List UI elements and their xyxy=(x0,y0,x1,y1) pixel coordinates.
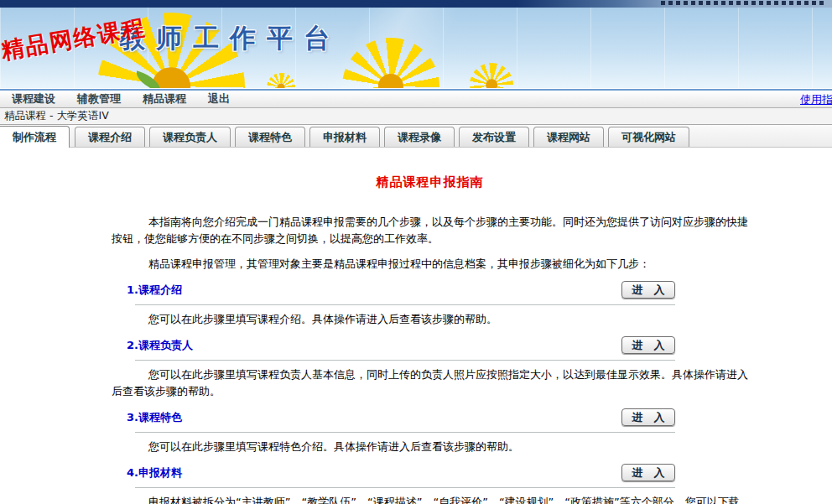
tab-application-materials[interactable]: 申报材料 xyxy=(309,127,380,147)
sunflower-icon xyxy=(267,73,295,88)
step-divider xyxy=(135,360,675,361)
banner: 教师工作平台 精品网络课程 xyxy=(0,8,832,88)
step-heading: 4.申报材料 xyxy=(127,465,182,481)
step-header-row: 4.申报材料进 入 xyxy=(127,464,675,481)
enter-button[interactable]: 进 入 xyxy=(621,336,675,354)
sunflower-icon xyxy=(342,38,439,88)
sunflower-icon xyxy=(470,63,513,88)
step-section: 2.课程负责人进 入您可以在此步骤里填写课程负责人基本信息，同时上传的负责人照片… xyxy=(112,336,748,400)
tab-course-video[interactable]: 课程录像 xyxy=(384,127,455,147)
tab-course-feature[interactable]: 课程特色 xyxy=(235,127,305,147)
tab-publish-settings[interactable]: 发布设置 xyxy=(459,127,529,147)
step-header-row: 2.课程负责人进 入 xyxy=(127,336,675,354)
tab-course-intro[interactable]: 课程介绍 xyxy=(75,127,145,147)
usage-guide-link[interactable]: 使用指南 xyxy=(800,92,832,107)
step-description: 您可以在此步骤里填写课程特色介绍。具体操作请进入后查看该步骤的帮助。 xyxy=(112,439,748,455)
enter-button[interactable]: 进 入 xyxy=(621,464,675,481)
step-divider xyxy=(135,432,675,433)
menu-item-logout[interactable]: 退出 xyxy=(208,91,230,107)
step-description: 您可以在此步骤里填写课程负责人基本信息，同时上传的负责人照片应按照指定大小，以达… xyxy=(112,366,748,400)
intro-paragraphs: 本指南将向您介绍完成一门精品课程申报需要的几个步骤，以及每个步骤的主要功能。同时… xyxy=(112,214,748,273)
menu-bar: 课程建设辅教管理精品课程退出 使用指南 xyxy=(0,91,832,108)
main-content: 精品课程申报指南 本指南将向您介绍完成一门精品课程申报需要的几个步骤，以及每个步… xyxy=(0,148,832,504)
intro-paragraph: 本指南将向您介绍完成一门精品课程申报需要的几个步骤，以及每个步骤的主要功能。同时… xyxy=(112,214,748,247)
platform-title: 教师工作平台 xyxy=(119,21,341,56)
step-divider xyxy=(135,487,675,488)
step-heading: 2.课程负责人 xyxy=(127,338,193,353)
top-navy-bar xyxy=(0,0,832,8)
intro-paragraph: 精品课程申报管理，其管理对象主要是精品课程申报过程中的信息档案，其申报步骤被细化… xyxy=(112,256,748,273)
menu-item-assist-management[interactable]: 辅教管理 xyxy=(77,91,121,107)
tab-bar: 制作流程课程介绍课程负责人课程特色申报材料课程录像发布设置课程网站可视化网站 xyxy=(0,125,832,148)
menu-items: 课程建设辅教管理精品课程退出 xyxy=(12,91,252,107)
enter-button[interactable]: 进 入 xyxy=(621,408,675,426)
step-header-row: 3.课程特色进 入 xyxy=(127,408,675,426)
step-divider xyxy=(135,304,675,305)
clipped-text-fragment xyxy=(661,1,827,5)
tab-visual-website[interactable]: 可视化网站 xyxy=(608,127,689,147)
step-section: 4.申报材料进 入申报材料被拆分为“主讲教师”、“教学队伍”、“课程描述”、“自… xyxy=(112,464,748,504)
step-description: 申报材料被拆分为“主讲教师”、“教学队伍”、“课程描述”、“自我评价”、“建设规… xyxy=(112,494,748,504)
breadcrumb: 精品课程 - 大学英语IV xyxy=(4,109,109,123)
steps-list: 1.课程介绍进 入您可以在此步骤里填写课程介绍。具体操作请进入后查看该步骤的帮助… xyxy=(112,281,748,504)
enter-button[interactable]: 进 入 xyxy=(621,281,675,299)
tab-course-leader[interactable]: 课程负责人 xyxy=(149,127,231,147)
menu-item-course-construction[interactable]: 课程建设 xyxy=(12,91,55,107)
tab-course-website[interactable]: 课程网站 xyxy=(533,127,604,147)
menu-item-quality-course[interactable]: 精品课程 xyxy=(143,91,186,107)
step-header-row: 1.课程介绍进 入 xyxy=(127,281,675,299)
step-description: 您可以在此步骤里填写课程介绍。具体操作请进入后查看该步骤的帮助。 xyxy=(112,311,748,328)
page-title: 精品课程申报指南 xyxy=(112,174,748,190)
step-heading: 3.课程特色 xyxy=(127,410,182,425)
step-section: 1.课程介绍进 入您可以在此步骤里填写课程介绍。具体操作请进入后查看该步骤的帮助… xyxy=(112,281,748,328)
tab-make-flow[interactable]: 制作流程 xyxy=(0,126,70,148)
step-heading: 1.课程介绍 xyxy=(127,283,182,298)
breadcrumb-bar: 精品课程 - 大学英语IV xyxy=(0,108,832,125)
step-section: 3.课程特色进 入您可以在此步骤里填写课程特色介绍。具体操作请进入后查看该步骤的… xyxy=(112,408,748,455)
